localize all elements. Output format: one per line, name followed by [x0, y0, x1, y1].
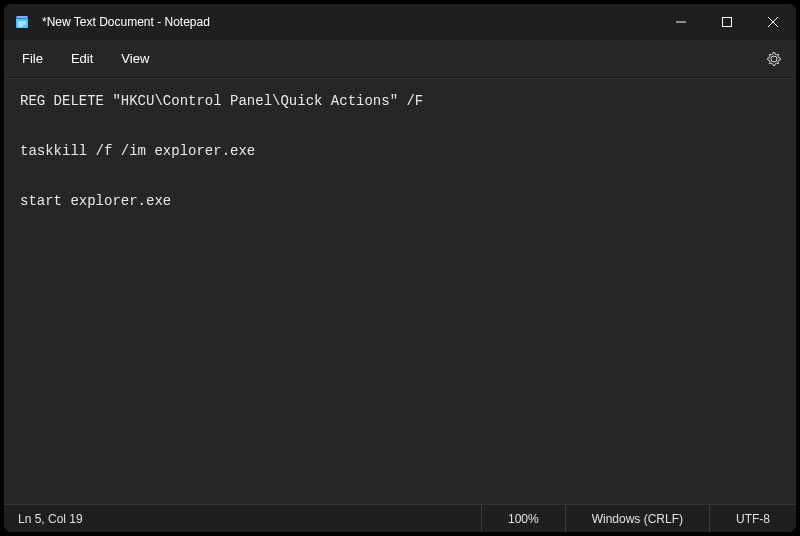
maximize-button[interactable] — [704, 4, 750, 40]
close-button[interactable] — [750, 4, 796, 40]
minimize-button[interactable] — [658, 4, 704, 40]
notepad-window: *New Text Document - Notepad File — [4, 4, 796, 532]
statusbar: Ln 5, Col 19 100% Windows (CRLF) UTF-8 — [4, 504, 796, 532]
close-icon — [768, 17, 778, 27]
notepad-icon — [14, 14, 30, 30]
menu-edit[interactable]: Edit — [57, 45, 107, 72]
text-editor[interactable]: REG DELETE "HKCU\Control Panel\Quick Act… — [4, 78, 796, 504]
svg-rect-11 — [723, 18, 732, 27]
menu-view[interactable]: View — [107, 45, 163, 72]
status-zoom[interactable]: 100% — [481, 505, 565, 532]
menubar: File Edit View — [4, 40, 796, 78]
minimize-icon — [676, 17, 686, 27]
status-cursor-position: Ln 5, Col 19 — [4, 512, 481, 526]
maximize-icon — [722, 17, 732, 27]
status-line-ending[interactable]: Windows (CRLF) — [565, 505, 709, 532]
gear-icon — [766, 51, 782, 67]
titlebar: *New Text Document - Notepad — [4, 4, 796, 40]
settings-button[interactable] — [756, 43, 792, 75]
status-encoding[interactable]: UTF-8 — [709, 505, 796, 532]
menu-file[interactable]: File — [8, 45, 57, 72]
window-title: *New Text Document - Notepad — [42, 15, 658, 29]
window-controls — [658, 4, 796, 40]
